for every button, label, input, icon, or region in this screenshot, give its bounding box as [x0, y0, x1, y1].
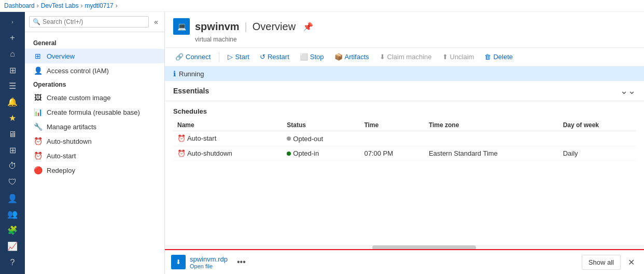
auto-start-row-icon: ⏰: [177, 134, 186, 142]
col-timezone: Time zone: [425, 119, 559, 131]
close-download-icon[interactable]: ✕: [625, 256, 638, 268]
sidebar-item-create-image[interactable]: 🖼 Create custom image: [25, 90, 164, 105]
artifacts-toolbar-icon: 📦: [334, 53, 343, 61]
download-more-icon[interactable]: •••: [234, 256, 249, 268]
delete-button[interactable]: 🗑 Delete: [480, 51, 517, 63]
download-filename: spwinvm.rdp: [190, 255, 228, 263]
grid-icon[interactable]: ⊞: [2, 143, 23, 158]
monitor-icon[interactable]: 🖥: [2, 127, 23, 142]
sidebar-item-auto-shutdown[interactable]: ⏰ Auto-shutdown: [25, 134, 164, 148]
main-content: 💻 spwinvm | Overview 📌 virtual machine 🔗…: [165, 12, 644, 274]
restart-button[interactable]: ↺ Restart: [256, 51, 293, 63]
menu-icon[interactable]: ☰: [2, 79, 23, 94]
sidebar-item-formula-label: Create formula (reusable base): [47, 108, 140, 116]
h-scroll-bar[interactable]: [165, 245, 644, 249]
schedules-title: Schedules: [173, 107, 636, 115]
claim-icon: ⬇: [380, 53, 385, 61]
connect-button[interactable]: 🔗 Connect: [171, 51, 215, 63]
user-icon[interactable]: 👤: [2, 191, 23, 206]
icon-bar: › + ⌂ ⊞ ☰ 🔔 ★ 🖥 ⊞ ⏱ 🛡 👤 👥 🧩 📈 ?: [0, 12, 25, 274]
artifacts-button[interactable]: 📦 Artifacts: [330, 51, 373, 63]
auto-shutdown-row-icon: ⏰: [177, 149, 186, 157]
sidebar-item-create-formula[interactable]: 📊 Create formula (reusable base): [25, 105, 164, 119]
restart-label: Restart: [268, 53, 289, 61]
notification-icon[interactable]: 🔔: [2, 94, 23, 109]
schedules-table: Name Status Time Time zone Day of week ⏰…: [173, 119, 636, 161]
sidebar-item-auto-start[interactable]: ⏰ Auto-start: [25, 148, 164, 163]
sidebar-item-create-image-label: Create custom image: [47, 94, 111, 102]
row1-day: [559, 131, 636, 146]
unclaim-button[interactable]: ⬆ Unclaim: [438, 51, 479, 63]
help-icon[interactable]: ?: [2, 255, 23, 270]
essentials-expand-icon[interactable]: ⌄⌄: [620, 85, 636, 97]
status-text: Running: [179, 70, 204, 78]
dashboard-icon[interactable]: ⊞: [2, 63, 23, 78]
unclaim-icon: ⬆: [442, 53, 448, 61]
auto-start-icon: ⏰: [33, 152, 43, 160]
col-time: Time: [360, 119, 424, 131]
breadcrumb-devtest[interactable]: DevTest Labs: [41, 2, 79, 9]
sidebar-header: 🔍 «: [25, 12, 164, 32]
status-dot-grey: [287, 136, 291, 141]
toolbar: 🔗 Connect ▷ Start ↺ Restart ⬜ Stop 📦 Art…: [165, 48, 644, 66]
row2-timezone: Eastern Standard Time: [425, 146, 559, 161]
sidebar-item-start-label: Auto-start: [47, 152, 76, 160]
download-file-icon: ⬇: [171, 255, 186, 269]
connect-label: Connect: [186, 53, 211, 61]
open-file-link[interactable]: Open file: [190, 263, 228, 269]
sidebar-item-redeploy[interactable]: 🔴 Redeploy: [25, 163, 164, 177]
stop-icon: ⬜: [300, 53, 308, 61]
delete-label: Delete: [493, 53, 513, 61]
favorites-icon[interactable]: ★: [2, 111, 23, 126]
sidebar: 🔍 « General ⊞ Overview 👤 Access control …: [25, 12, 165, 274]
row1-time: [360, 131, 424, 146]
download-file-info: spwinvm.rdp Open file: [190, 255, 228, 269]
group-icon[interactable]: 👥: [2, 207, 23, 222]
delete-icon: 🗑: [484, 53, 491, 61]
chart-icon[interactable]: 📈: [2, 239, 23, 254]
table-row: ⏰ Auto-start Opted-out: [173, 131, 636, 146]
sidebar-item-overview[interactable]: ⊞ Overview: [25, 49, 164, 63]
artifacts-label: Artifacts: [345, 53, 369, 61]
sidebar-item-access-control[interactable]: 👤 Access control (IAM): [25, 63, 164, 78]
expand-nav-icon[interactable]: ›: [2, 15, 23, 30]
breadcrumb: Dashboard › DevTest Labs › mydtl0717 ›: [0, 0, 644, 12]
sidebar-item-manage-artifacts[interactable]: 🔧 Manage artifacts: [25, 119, 164, 134]
show-all-button[interactable]: Show all: [582, 255, 621, 270]
sidebar-item-shutdown-label: Auto-shutdown: [47, 138, 92, 145]
sidebar-collapse-btn[interactable]: «: [152, 17, 160, 27]
breadcrumb-mydtl[interactable]: mydtl0717: [85, 2, 113, 9]
pin-icon[interactable]: 📌: [303, 22, 313, 32]
row1-timezone: [425, 131, 559, 146]
home-icon[interactable]: ⌂: [2, 47, 23, 62]
claim-button[interactable]: ⬇ Claim machine: [375, 51, 436, 63]
artifacts-icon: 🔧: [33, 122, 43, 131]
stop-button[interactable]: ⬜ Stop: [296, 51, 328, 63]
access-control-icon: 👤: [33, 66, 43, 75]
vm-icon: 💻: [173, 18, 190, 35]
col-status: Status: [283, 119, 360, 131]
redeploy-icon: 🔴: [33, 166, 43, 174]
sidebar-content: General ⊞ Overview 👤 Access control (IAM…: [25, 32, 164, 274]
vm-section: Overview: [253, 21, 296, 33]
row1-name: ⏰ Auto-start: [173, 131, 283, 146]
breadcrumb-sep-2: ›: [80, 2, 82, 9]
vm-name: spwinvm: [195, 21, 240, 33]
breadcrumb-dashboard[interactable]: Dashboard: [4, 2, 35, 9]
status-dot-green: [287, 152, 291, 156]
row1-status: Opted-out: [283, 131, 360, 146]
start-button[interactable]: ▷ Start: [223, 51, 253, 63]
clock-icon[interactable]: ⏱: [2, 159, 23, 174]
row2-time: 07:00 PM: [360, 146, 424, 161]
start-icon: ▷: [228, 53, 233, 61]
search-input[interactable]: [43, 18, 145, 25]
search-icon: 🔍: [33, 18, 40, 25]
vm-subtitle: virtual machine: [195, 36, 636, 43]
plus-icon[interactable]: +: [2, 31, 23, 46]
status-bar: ℹ Running: [165, 66, 644, 81]
overview-icon: ⊞: [33, 52, 43, 60]
puzzle-icon[interactable]: 🧩: [2, 223, 23, 238]
shield-icon[interactable]: 🛡: [2, 175, 23, 190]
auto-shutdown-icon: ⏰: [33, 137, 43, 145]
sidebar-search-box[interactable]: 🔍: [29, 16, 149, 28]
